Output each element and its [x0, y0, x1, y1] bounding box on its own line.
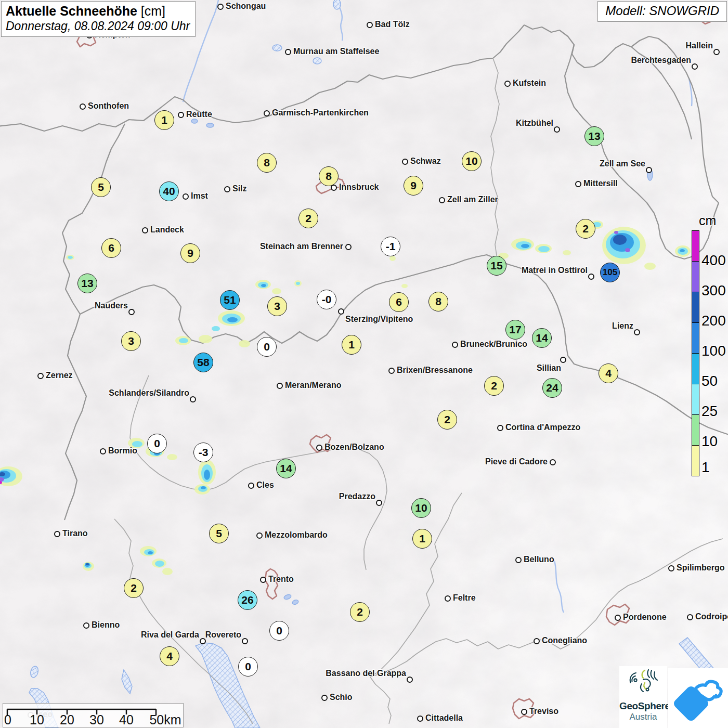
station-badge: 10	[462, 151, 482, 171]
station-badge: 6	[389, 292, 409, 312]
legend-segment	[692, 445, 699, 476]
legend-segment	[692, 322, 699, 354]
legend-segment	[692, 353, 699, 384]
legend-tick-label: 10	[701, 433, 718, 450]
legend-tick-label: 25	[701, 403, 718, 420]
city-marker-icon	[338, 308, 344, 315]
station-badge: 13	[77, 274, 97, 293]
city-marker-icon	[80, 103, 86, 110]
station-badge: 2	[350, 602, 370, 622]
city-marker-icon	[260, 577, 266, 583]
station-badge: 26	[238, 590, 257, 610]
city-label: Tirano	[62, 529, 88, 538]
city-label: Kufstein	[513, 79, 546, 88]
city-marker-icon	[100, 448, 106, 454]
city-marker-icon	[367, 22, 373, 28]
city-marker-icon	[575, 181, 581, 187]
station-badge: 58	[193, 353, 213, 372]
city-label: Riva del Garda	[141, 630, 199, 640]
city-marker-icon	[264, 110, 270, 116]
city-label: Mittersill	[583, 179, 618, 188]
city-marker-icon	[692, 63, 698, 70]
city-marker-icon	[504, 81, 511, 87]
mountain-cloud-icon	[668, 668, 728, 728]
city-marker-icon	[285, 49, 291, 55]
station-badge: -3	[193, 443, 213, 462]
city-label: Treviso	[529, 707, 558, 716]
station-badge: 1	[412, 529, 432, 549]
legend-segment	[692, 414, 699, 446]
city-marker-icon	[54, 531, 60, 537]
legend-segment	[692, 261, 699, 292]
city-label: Conegliano	[542, 636, 587, 645]
station-badge: 2	[437, 410, 457, 430]
city-label: Mezzolombardo	[265, 530, 328, 540]
city-marker-icon	[445, 595, 451, 602]
geosphere-country: Austria	[619, 712, 667, 722]
scale-bar-label: 10	[30, 712, 44, 727]
city-label: Cles	[256, 480, 274, 490]
city-label: Innsbruck	[339, 183, 379, 192]
model-box: Modell: SNOWGRID	[597, 1, 727, 22]
legend-tick-label: 100	[701, 343, 726, 359]
page-title: Aktuelle Schneehöhe [cm]	[6, 4, 190, 19]
city-label: Zell am See	[600, 159, 645, 168]
city-marker-icon	[615, 615, 621, 621]
city-label: Sterzing/Vipiteno	[345, 315, 413, 324]
geosphere-contour-icon	[628, 668, 658, 698]
station-badge: 1	[342, 335, 361, 355]
legend-segment	[692, 230, 699, 262]
city-marker-icon	[242, 638, 248, 644]
city-marker-icon	[634, 329, 640, 335]
station-badge: -0	[317, 290, 336, 309]
station-badge: 3	[267, 296, 287, 316]
city-marker-icon	[560, 357, 566, 363]
city-label: Bienno	[92, 620, 120, 630]
city-label: Matrei in Osttirol	[522, 266, 588, 275]
city-label: Cittadella	[425, 713, 463, 723]
city-marker-icon	[217, 4, 224, 10]
city-marker-icon	[713, 49, 720, 55]
city-marker-icon	[668, 565, 674, 571]
station-badge: 6	[101, 238, 121, 258]
city-label: Nauders	[95, 301, 128, 310]
city-label: Pieve di Cadore	[485, 457, 548, 466]
city-label: Lienz	[612, 321, 633, 331]
station-badge: 8	[319, 166, 339, 186]
city-label: Predazzo	[339, 492, 375, 501]
city-label: Trento	[268, 575, 294, 584]
legend-segment	[692, 384, 699, 415]
city-label: Codroipo	[695, 612, 728, 621]
station-badge: 0	[238, 657, 258, 677]
city-marker-icon	[190, 396, 196, 402]
city-marker-icon	[345, 244, 352, 250]
city-marker-icon	[550, 459, 556, 465]
city-marker-icon	[417, 716, 423, 722]
city-marker-icon	[37, 373, 44, 379]
snowgrid-logo	[668, 668, 728, 728]
scale-bar: 01020304050km	[3, 703, 184, 727]
station-badge: 8	[428, 292, 448, 311]
legend-segment	[692, 292, 699, 323]
title-date: Donnerstag, 08.08.2024 09:00 Uhr	[6, 19, 190, 33]
station-badge: 17	[505, 320, 525, 340]
city-label: Bruneck/Brunico	[460, 340, 527, 349]
city-label: Reutte	[186, 110, 212, 119]
city-marker-icon	[128, 309, 135, 315]
station-badge: 40	[159, 181, 179, 201]
title-text: Aktuelle Schneehöhe	[6, 4, 137, 18]
station-badge: 1	[154, 110, 174, 130]
station-badge: 3	[121, 331, 141, 351]
city-marker-icon	[402, 159, 408, 165]
city-marker-icon	[321, 695, 328, 701]
city-label: Hallein	[686, 41, 713, 50]
station-badge: 105	[600, 263, 620, 282]
legend: cm 4003002001005025101	[692, 230, 698, 476]
city-label: Pordenone	[623, 613, 667, 622]
station-badge: 2	[124, 578, 144, 598]
title-unit: [cm]	[141, 4, 165, 18]
city-label: Bormio	[108, 446, 137, 456]
city-marker-icon	[554, 126, 560, 133]
scale-bar-label: 20	[60, 712, 74, 727]
scale-bar-label: 30	[89, 712, 104, 727]
